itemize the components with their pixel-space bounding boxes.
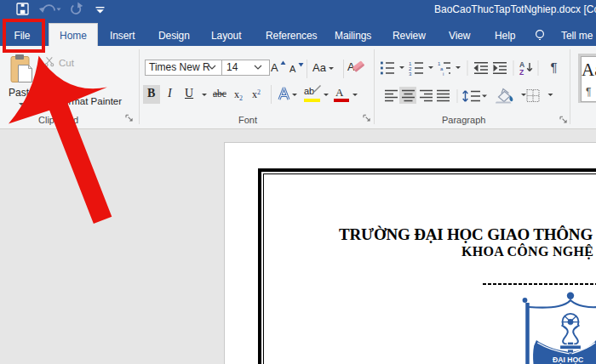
svg-text:i: i: [443, 71, 444, 77]
svg-text:3: 3: [409, 71, 412, 77]
svg-text:Z: Z: [519, 68, 524, 76]
svg-text:ĐẠI HỌC: ĐẠI HỌC: [553, 355, 583, 364]
